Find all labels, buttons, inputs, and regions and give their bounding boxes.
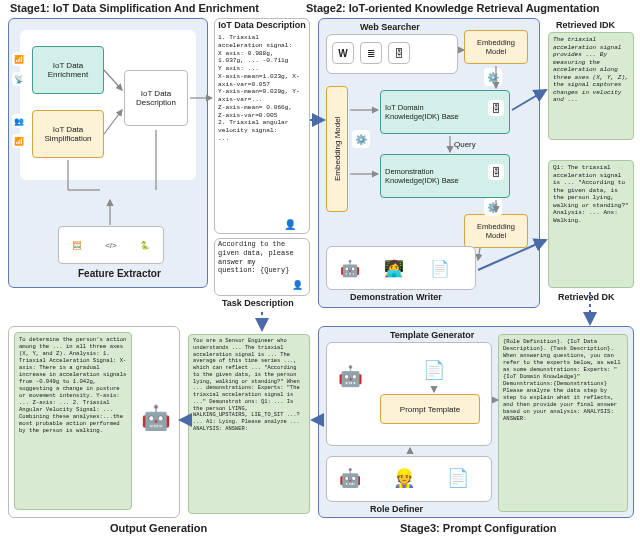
demo-base-label: Demonstration Knowledge(IDK) Base [385,167,471,185]
iot-simplification-box: IoT Data Simplification [32,110,104,158]
idk-base-label: IoT Domain Knowledge(IDK) Base [385,103,471,121]
retrieved-dk-card: Q1: The triaxial acceleration signal is … [548,160,634,288]
embedding-model-b: Embedding Model [326,86,348,212]
template-generator-label: Template Generator [390,330,474,340]
feature-extractor-box: 🧮 </> 🐍 [58,226,164,264]
bot-icon-4: 🤖 [138,400,174,436]
wiki-icon: W [332,42,354,64]
signal2-icon: 📶 [12,134,26,148]
retrieved-idk-heading: Retrieved IDK [556,20,615,30]
role-text-card: You are a Sensor Engineer who understand… [188,334,310,514]
db-icon: 🗄 [388,42,410,64]
feature-extractor-label: Feature Extractor [78,268,161,279]
gears-icon-a: ⚙️ [484,68,502,86]
user-icon: 👤 [290,278,304,292]
embedding-model-a: Embedding Model [464,30,528,64]
people-icon: 👥 [12,114,26,128]
iot-enrichment-box: IoT Data Enrichment [32,46,104,94]
embedding-model-c: Embedding Model [464,214,528,248]
head-icon: 👤 [282,216,298,232]
list-icon: ≣ [360,42,382,64]
iot-description-text: 1. Triaxial acceleration signal: X axis:… [218,34,306,212]
wifi-icon: 📡 [12,72,26,86]
stage3-heading: Stage3: Prompt Configuration [400,522,556,534]
task-description-heading: Task Description [222,298,294,308]
output-heading: Output Generation [110,522,207,534]
iot-enrichment-label: IoT Data Enrichment [35,61,101,79]
writer-icon: 👩‍💻 [380,254,408,282]
bot-icon-3: 🤖 [336,464,364,492]
code-icon: </> [105,241,117,250]
doc-icon: 📄 [426,254,454,282]
output-text-card: To determine the person's action among t… [14,332,132,510]
iot-description-label: IoT Data Description [127,89,185,107]
web-searcher-label: Web Searcher [360,22,420,32]
db-icon-3: 🗄 [488,164,504,180]
bot-icon: 🤖 [336,254,364,282]
retrieved-idk-card: The triaxial acceleration signal provide… [548,32,634,140]
query-label: Query [454,140,476,149]
bot-icon-2: 🤖 [334,360,366,392]
demo-writer-label: Demonstration Writer [350,292,442,302]
stage1-title: Stage1: IoT Data Simplification And Enri… [10,2,259,14]
retrieved-dk-heading: Retrieved DK [558,292,615,302]
template-text-card: {Role Definition}. {IoT Data Description… [498,334,628,512]
iot-simplification-label: IoT Data Simplification [35,125,101,143]
calculator-icon: 🧮 [72,241,82,250]
prompt-template-box: Prompt Template [380,394,480,424]
stage2-title: Stage2: IoT-oriented Knowledge Retrieval… [306,2,600,14]
iot-description-heading: IoT Data Description [216,20,308,30]
doc-icon-2: 📄 [420,356,448,384]
gears-icon-c: ⚙️ [484,198,502,216]
iot-description-box: IoT Data Description [124,70,188,126]
role-definer-label: Role Definer [370,504,423,514]
doc-icon-3: 📄 [444,464,472,492]
gears-icon-b: ⚙️ [352,130,370,148]
engineer-icon: 👷 [390,464,418,492]
signal-icon: 📶 [12,52,26,66]
db-icon-2: 🗄 [488,100,504,116]
task-description-text: According to the given data, please answ… [218,240,298,290]
python-icon: 🐍 [140,241,150,250]
